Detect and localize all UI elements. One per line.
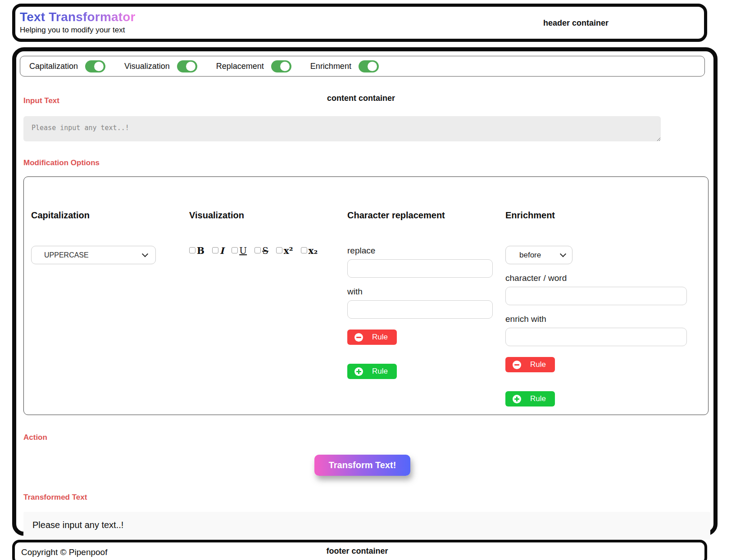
toggle-group-capitalization: Capitalization [29,60,105,72]
checkbox-box[interactable] [232,247,238,253]
toggle-knob [94,62,104,71]
action-label: Action [20,433,705,442]
rule-button-label: Rule [372,333,388,342]
enrichment-toggle[interactable] [359,60,379,72]
toggle-group-replacement: Replacement [216,60,291,72]
add-replacement-rule-button[interactable]: Rule [347,364,397,379]
app-title: Text Transformator [20,10,136,24]
capitalization-title: Capitalization [31,210,189,221]
transformed-text-label: Transformed Text [20,493,705,502]
italic-glyph: I [220,246,224,256]
checkbox-box[interactable] [301,247,307,253]
enrichment-position-select[interactable]: before [505,246,572,264]
visualization-title: Visualization [189,210,347,221]
toggle-group-visualization: Visualization [124,60,197,72]
strikethrough-glyph: S [262,246,268,256]
with-input[interactable] [347,300,493,319]
input-text-label: Input Text [23,96,59,105]
input-textarea[interactable] [23,116,661,141]
checkbox-box[interactable] [254,247,261,253]
checkbox-subscript[interactable]: x₂ [301,246,318,256]
enrich-with-input[interactable] [505,328,687,346]
enrichment-position-value: before [519,251,541,260]
superscript-glyph: x² [284,246,293,256]
capitalization-toggle[interactable] [85,60,105,72]
chevron-down-icon [560,251,566,257]
toggle-group-enrichment: Enrichment [310,60,379,72]
replacement-toggle[interactable] [271,60,291,72]
replacement-column: Character replacement replace with Rule … [347,184,505,406]
visualization-column: Visualization B I U [189,184,347,406]
chevron-down-icon [142,251,148,257]
minus-circle-icon [513,361,521,369]
checkbox-bold[interactable]: B [189,246,204,256]
rule-button-label: Rule [530,394,546,403]
underline-glyph: U [239,246,247,256]
minus-circle-icon [354,333,363,342]
replacement-title: Character replacement [347,210,505,221]
checkbox-italic[interactable]: I [212,246,224,256]
modification-options-label: Modification Options [20,158,705,167]
checkbox-box[interactable] [189,247,195,253]
copyright-text: Copyright © Pipenpoof [21,547,107,557]
subscript-glyph: x₂ [309,246,318,256]
character-word-input[interactable] [505,287,687,305]
capitalization-column: Capitalization UPPERCASE [31,184,189,406]
replace-input[interactable] [347,259,493,278]
transformed-text-output: Please input any text..! [23,512,710,540]
enrichment-column: Enrichment before character / word enric… [505,184,691,406]
toggle-knob [186,62,195,71]
checkbox-strikethrough[interactable]: S [254,246,268,256]
enrich-with-label: enrich with [505,314,691,324]
checkbox-superscript[interactable]: x² [276,246,293,256]
checkbox-box[interactable] [276,247,282,253]
visualization-checkbox-group: B I U S x² [189,246,324,256]
footer-annotation: footer container [327,546,388,556]
transform-text-button[interactable]: Transform Text! [314,455,410,476]
character-word-label: character / word [505,273,691,283]
header-container: Text Transformator Helping you to modify… [12,4,707,42]
content-annotation: content container [327,94,395,103]
with-label: with [347,287,505,297]
footer-container: Copyright © Pipenpoof footer container [12,540,707,560]
toggle-label-enrichment: Enrichment [310,62,351,71]
toggle-label-capitalization: Capitalization [29,62,78,71]
remove-replacement-rule-button[interactable]: Rule [347,330,397,345]
rule-button-label: Rule [530,360,546,369]
rule-button-label: Rule [372,367,388,376]
capitalization-select-value: UPPERCASE [44,251,89,259]
bold-glyph: B [197,246,204,256]
toggle-knob [368,62,377,71]
content-container: Capitalization Visualization Replacement… [12,47,718,536]
feature-toggle-bar: Capitalization Visualization Replacement… [20,56,705,77]
toggle-label-visualization: Visualization [124,62,170,71]
checkbox-underline[interactable]: U [232,246,247,256]
header-annotation: header container [543,18,609,27]
plus-circle-icon [513,395,521,403]
add-enrichment-rule-button[interactable]: Rule [505,391,555,406]
replace-label: replace [347,246,505,256]
capitalization-select[interactable]: UPPERCASE [31,246,156,264]
toggle-knob [280,62,290,71]
toggle-label-replacement: Replacement [216,62,264,71]
visualization-toggle[interactable] [177,60,197,72]
remove-enrichment-rule-button[interactable]: Rule [505,357,555,372]
checkbox-box[interactable] [212,247,218,253]
enrichment-title: Enrichment [505,210,691,221]
modification-options-box: Capitalization UPPERCASE Visualization B [23,176,709,415]
plus-circle-icon [354,367,363,376]
